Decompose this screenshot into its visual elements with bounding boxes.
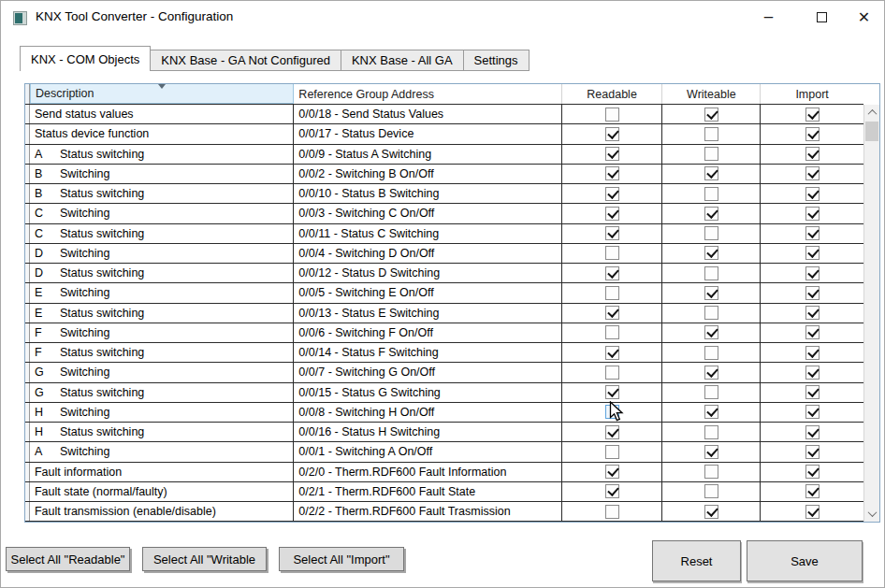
writeable-checkbox[interactable] xyxy=(704,405,718,419)
writeable-checkbox[interactable] xyxy=(704,366,718,380)
select-all-import-button[interactable]: Select All "Import" xyxy=(279,547,404,571)
column-header-reference-group-address[interactable]: Reference Group Address xyxy=(294,84,561,104)
column-header-import[interactable]: Import xyxy=(761,84,863,104)
writeable-checkbox[interactable] xyxy=(704,286,718,300)
table-row[interactable]: B Status switching 0/0/10 - Status B Swi… xyxy=(25,184,863,204)
writeable-checkbox[interactable] xyxy=(704,484,718,498)
table-row[interactable]: D Switching 0/0/4 - Switching D On/Off xyxy=(25,244,863,264)
readable-checkbox[interactable] xyxy=(605,108,619,122)
readable-checkbox[interactable] xyxy=(605,226,619,240)
import-checkbox[interactable] xyxy=(805,246,820,260)
table-row[interactable]: E Switching 0/0/5 - Switching E On/Off xyxy=(25,283,863,303)
import-checkbox[interactable] xyxy=(805,505,820,519)
import-checkbox[interactable] xyxy=(805,306,820,320)
readable-checkbox[interactable] xyxy=(605,286,619,300)
save-button[interactable]: Save xyxy=(747,540,863,581)
table-row[interactable]: F Status switching 0/0/14 - Status F Swi… xyxy=(25,343,863,363)
table-row[interactable]: C Switching 0/0/3 - Switching C On/Off xyxy=(25,204,863,223)
writeable-checkbox[interactable] xyxy=(704,108,718,122)
minimize-button[interactable]: – xyxy=(747,1,790,33)
readable-checkbox[interactable] xyxy=(605,147,619,161)
writeable-checkbox[interactable] xyxy=(704,147,718,161)
table-row[interactable]: Fault information 0/2/0 - Therm.RDF600 F… xyxy=(25,463,863,482)
writeable-checkbox[interactable] xyxy=(704,187,718,201)
table-row[interactable]: H Switching 0/0/8 - Switching H On/Off xyxy=(25,403,863,423)
readable-checkbox[interactable] xyxy=(605,484,619,498)
import-checkbox[interactable] xyxy=(805,286,820,300)
readable-checkbox[interactable] xyxy=(605,505,619,519)
reset-button[interactable]: Reset xyxy=(652,540,741,581)
tab-knx-base-ga-not-configured[interactable]: KNX Base - GA Not Configured xyxy=(151,50,341,71)
import-checkbox[interactable] xyxy=(805,405,820,419)
writeable-checkbox[interactable] xyxy=(704,266,718,280)
writeable-checkbox[interactable] xyxy=(704,306,718,320)
scroll-up-button[interactable] xyxy=(864,105,879,121)
scrollbar-thumb[interactable] xyxy=(865,122,878,141)
readable-checkbox[interactable] xyxy=(605,127,619,141)
readable-checkbox[interactable] xyxy=(605,425,619,439)
table-row[interactable]: A Status switching 0/0/9 - Status A Swit… xyxy=(25,145,863,165)
import-checkbox[interactable] xyxy=(805,366,820,380)
writeable-checkbox[interactable] xyxy=(704,226,718,240)
import-checkbox[interactable] xyxy=(805,484,820,498)
close-button[interactable]: ✕ xyxy=(843,1,885,33)
select-all-writable-button[interactable]: Select All "Writable xyxy=(142,547,267,571)
table-row[interactable]: G Switching 0/0/7 - Switching G On/Off xyxy=(25,363,863,382)
readable-checkbox[interactable] xyxy=(605,266,619,280)
table-row[interactable]: C Status switching 0/0/11 - Status C Swi… xyxy=(25,224,863,244)
table-row[interactable]: D Status switching 0/0/12 - Status D Swi… xyxy=(25,264,863,283)
table-row[interactable]: H Status switching 0/0/16 - Status H Swi… xyxy=(25,423,863,442)
table-row[interactable]: E Status switching 0/0/13 - Status E Swi… xyxy=(25,304,863,323)
writeable-checkbox[interactable] xyxy=(704,127,718,141)
import-checkbox[interactable] xyxy=(805,127,820,141)
import-checkbox[interactable] xyxy=(805,385,820,399)
writeable-checkbox[interactable] xyxy=(704,346,718,360)
table-row[interactable]: F Switching 0/0/6 - Switching F On/Off xyxy=(25,323,863,343)
import-checkbox[interactable] xyxy=(805,166,820,180)
writeable-checkbox[interactable] xyxy=(704,325,718,339)
writeable-checkbox[interactable] xyxy=(704,505,718,519)
table-row[interactable]: Send status values 0/0/18 - Send Status … xyxy=(25,105,863,124)
readable-checkbox[interactable] xyxy=(605,207,619,221)
readable-checkbox[interactable] xyxy=(605,405,619,419)
table-row[interactable]: G Status switching 0/0/15 - Status G Swi… xyxy=(25,383,863,403)
table-row[interactable]: A Switching 0/0/1 - Switching A On/Off xyxy=(25,442,863,462)
table-row[interactable]: B Switching 0/0/2 - Switching B On/Off xyxy=(25,165,863,184)
writeable-checkbox[interactable] xyxy=(704,445,718,459)
readable-checkbox[interactable] xyxy=(605,306,619,320)
writeable-checkbox[interactable] xyxy=(704,385,718,399)
readable-checkbox[interactable] xyxy=(605,166,619,180)
import-checkbox[interactable] xyxy=(805,425,820,439)
import-checkbox[interactable] xyxy=(805,187,820,201)
table-row[interactable]: Fault transmission (enable/disable) 0/2/… xyxy=(25,502,863,522)
readable-checkbox[interactable] xyxy=(605,445,619,459)
vertical-scrollbar[interactable] xyxy=(863,105,879,522)
scroll-down-button[interactable] xyxy=(864,506,879,522)
import-checkbox[interactable] xyxy=(805,346,820,360)
table-row[interactable]: Status device function 0/0/17 - Status D… xyxy=(25,124,863,144)
readable-checkbox[interactable] xyxy=(605,366,619,380)
column-header-writeable[interactable]: Writeable xyxy=(662,84,761,104)
readable-checkbox[interactable] xyxy=(605,325,619,339)
tab-knx-base-all-ga[interactable]: KNX Base - All GA xyxy=(341,50,464,71)
writeable-checkbox[interactable] xyxy=(704,207,718,221)
readable-checkbox[interactable] xyxy=(605,246,619,260)
writeable-checkbox[interactable] xyxy=(704,166,718,180)
import-checkbox[interactable] xyxy=(805,108,820,122)
readable-checkbox[interactable] xyxy=(605,187,619,201)
readable-checkbox[interactable] xyxy=(605,385,619,399)
column-header-description[interactable]: Description xyxy=(30,84,294,104)
table-row[interactable]: Fault state (normal/faulty) 0/2/1 - Ther… xyxy=(25,482,863,502)
maximize-button[interactable] xyxy=(801,1,843,33)
import-checkbox[interactable] xyxy=(805,465,820,479)
readable-checkbox[interactable] xyxy=(605,465,619,479)
import-checkbox[interactable] xyxy=(805,445,820,459)
import-checkbox[interactable] xyxy=(805,207,820,221)
writeable-checkbox[interactable] xyxy=(704,425,718,439)
tab-settings[interactable]: Settings xyxy=(464,50,530,71)
writeable-checkbox[interactable] xyxy=(704,246,718,260)
tab-knx-com-objects[interactable]: KNX - COM Objects xyxy=(20,46,151,71)
writeable-checkbox[interactable] xyxy=(704,465,718,479)
import-checkbox[interactable] xyxy=(805,325,820,339)
column-header-readable[interactable]: Readable xyxy=(562,84,663,104)
